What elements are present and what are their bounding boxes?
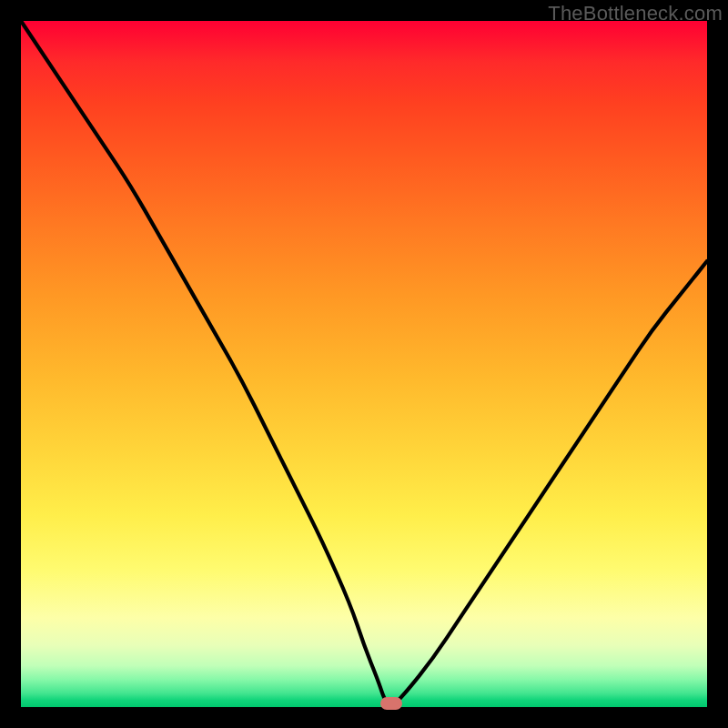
watermark-text: TheBottleneck.com xyxy=(548,2,723,25)
chart-frame: TheBottleneck.com xyxy=(0,0,728,728)
series-svg xyxy=(21,21,707,707)
bottleneck-curve-path xyxy=(21,21,707,704)
min-marker xyxy=(380,697,402,710)
plot-area xyxy=(21,21,707,707)
